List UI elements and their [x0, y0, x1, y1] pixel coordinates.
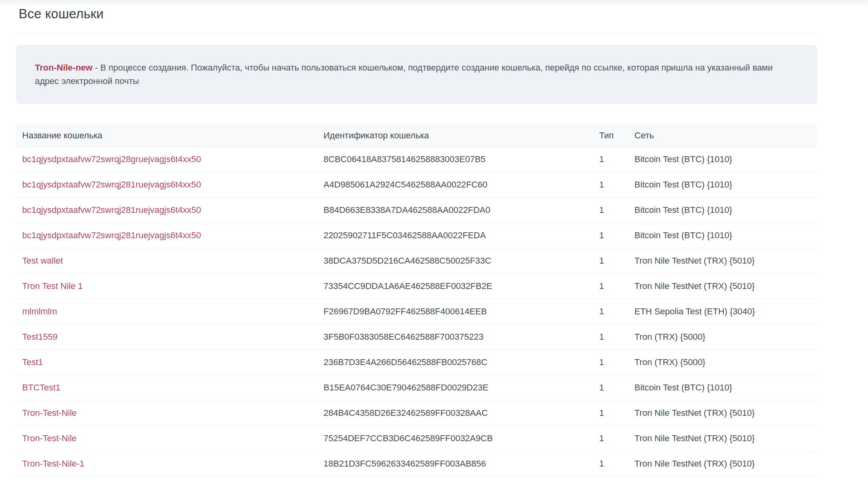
table-row: Tron-Test-Nile-1 18B21D3FC5962633462589F…: [16, 451, 817, 476]
wallet-name-link[interactable]: Tron Test Nile 1: [22, 281, 83, 291]
wallet-name-link[interactable]: bc1qjysdpxtaafvw72swrqj281ruejvagjs6t4xx…: [22, 230, 201, 240]
table-row: Tron Test Nile 1 73354CC9DDA1A6AE462588E…: [16, 274, 817, 299]
pending-notice-text: - В процессе создания. Пожалуйста, чтобы…: [35, 63, 773, 86]
wallet-name-link[interactable]: Tron-Test-Nile-1: [22, 459, 84, 469]
wallet-type-cell: 1: [593, 324, 628, 350]
header-network: Сеть: [628, 125, 817, 147]
wallet-id-cell: 75254DEF7CCB3D6C462589FF0032A9CB: [317, 426, 593, 451]
wallet-id-cell: 22025902711F5C03462588AA0022FEDA: [317, 223, 593, 248]
wallet-network-cell: Tron (TRX) {5000}: [628, 350, 817, 375]
table-row: bc1qjysdpxtaafvw72swrqj281ruejvagjs6t4xx…: [16, 223, 817, 248]
wallet-name-link[interactable]: BTCTest1: [22, 383, 61, 392]
wallet-network-cell: Tron Nile TestNet (TRX) {5010}: [628, 451, 817, 476]
wallet-name-link[interactable]: mlmlmlm: [22, 306, 57, 316]
wallet-name-link[interactable]: bc1qjysdpxtaafvw72swrqj28gruejvagjs6t4xx…: [22, 154, 201, 164]
wallet-type-cell: 1: [593, 147, 628, 172]
wallets-table-body: bc1qjysdpxtaafvw72swrqj28gruejvagjs6t4xx…: [16, 147, 817, 476]
wallet-network-cell: Bitcoin Test (BTC) {1010}: [628, 197, 817, 223]
table-row: Tron-Test-Nile 75254DEF7CCB3D6C462589FF0…: [16, 426, 817, 451]
wallet-network-cell: Bitcoin Test (BTC) {1010}: [628, 147, 817, 172]
wallet-id-cell: 284B4C4358D26E32462589FF00328AAC: [317, 400, 593, 426]
wallets-page: Все кошельки Tron-Nile-new - В процессе …: [16, 0, 817, 476]
wallet-pending-notice: Tron-Nile-new - В процессе создания. Пож…: [16, 45, 817, 104]
wallet-network-cell: Tron Nile TestNet (TRX) {5010}: [628, 274, 817, 299]
table-row: Test1 236B7D3E4A266D56462588FB0025768C 1…: [16, 350, 817, 375]
wallet-network-cell: Bitcoin Test (BTC) {1010}: [628, 223, 817, 248]
wallet-name-link[interactable]: Tron-Test-Nile: [22, 433, 76, 443]
wallet-network-cell: Tron (TRX) {5000}: [628, 324, 817, 350]
wallet-type-cell: 1: [593, 451, 628, 476]
wallet-name-link[interactable]: Test1: [22, 357, 43, 367]
wallet-type-cell: 1: [593, 274, 628, 299]
wallet-network-cell: Bitcoin Test (BTC) {1010}: [628, 172, 817, 197]
wallet-type-cell: 1: [593, 400, 628, 426]
wallet-id-cell: A4D985061A2924C5462588AA0022FC60: [317, 172, 593, 197]
table-header-row: Название кошелька Идентификатор кошелька…: [16, 125, 817, 147]
table-row: bc1qjysdpxtaafvw72swrqj281ruejvagjs6t4xx…: [16, 172, 817, 197]
wallet-id-cell: 38DCA375D5D216CA462588C50025F33C: [317, 248, 593, 274]
table-row: bc1qjysdpxtaafvw72swrqj281ruejvagjs6t4xx…: [16, 197, 817, 223]
wallet-type-cell: 1: [593, 197, 628, 223]
table-row: BTCTest1 B15EA0764C30E790462588FD0029D23…: [16, 375, 817, 400]
wallet-type-cell: 1: [593, 248, 628, 274]
wallet-network-cell: Bitcoin Test (BTC) {1010}: [628, 375, 817, 400]
table-row: bc1qjysdpxtaafvw72swrqj28gruejvagjs6t4xx…: [16, 147, 817, 172]
table-row: Test1559 3F5B0F0383058EC6462588F70037522…: [16, 324, 817, 350]
wallet-id-cell: 8CBC06418A83758146258883003E07B5: [317, 147, 593, 172]
page-title: Все кошельки: [19, 6, 817, 21]
wallets-table: Название кошелька Идентификатор кошелька…: [16, 125, 817, 476]
wallet-type-cell: 1: [593, 426, 628, 451]
pending-wallet-name: Tron-Nile-new: [35, 63, 92, 73]
wallet-type-cell: 1: [593, 172, 628, 197]
title-divider: [16, 33, 817, 34]
wallet-id-cell: 73354CC9DDA1A6AE462588EF0032FB2E: [317, 274, 593, 299]
wallet-id-cell: 3F5B0F0383058EC6462588F700375223: [317, 324, 593, 350]
wallet-network-cell: Tron Nile TestNet (TRX) {5010}: [628, 248, 817, 274]
wallet-name-link[interactable]: bc1qjysdpxtaafvw72swrqj281ruejvagjs6t4xx…: [22, 205, 201, 215]
wallet-name-link[interactable]: bc1qjysdpxtaafvw72swrqj281ruejvagjs6t4xx…: [22, 180, 201, 189]
wallet-name-link[interactable]: Tron-Test-Nile: [22, 408, 76, 418]
wallet-name-link[interactable]: Test wallet: [22, 256, 63, 266]
table-row: Test wallet 38DCA375D5D216CA462588C50025…: [16, 248, 817, 274]
wallet-network-cell: Tron Nile TestNet (TRX) {5010}: [628, 426, 817, 451]
header-type: Тип: [593, 125, 628, 147]
wallet-type-cell: 1: [593, 375, 628, 400]
header-wallet-id: Идентификатор кошелька: [317, 125, 593, 147]
wallet-network-cell: ETH Sepolia Test (ETH) {3040}: [628, 299, 817, 324]
wallet-id-cell: B15EA0764C30E790462588FD0029D23E: [317, 375, 593, 400]
header-wallet-name: Название кошелька: [16, 125, 317, 147]
wallet-id-cell: B84D663E8338A7DA462588AA0022FDA0: [317, 197, 593, 223]
wallet-type-cell: 1: [593, 350, 628, 375]
wallet-type-cell: 1: [593, 299, 628, 324]
table-row: mlmlmlm F26967D9BA0792FF462588F400614EEB…: [16, 299, 817, 324]
wallet-id-cell: 18B21D3FC5962633462589FF003AB856: [317, 451, 593, 476]
wallet-type-cell: 1: [593, 223, 628, 248]
wallet-name-link[interactable]: Test1559: [22, 332, 57, 342]
wallet-id-cell: F26967D9BA0792FF462588F400614EEB: [317, 299, 593, 324]
table-row: Tron-Test-Nile 284B4C4358D26E32462589FF0…: [16, 400, 817, 426]
wallet-id-cell: 236B7D3E4A266D56462588FB0025768C: [317, 350, 593, 375]
wallet-network-cell: Tron Nile TestNet (TRX) {5010}: [628, 400, 817, 426]
